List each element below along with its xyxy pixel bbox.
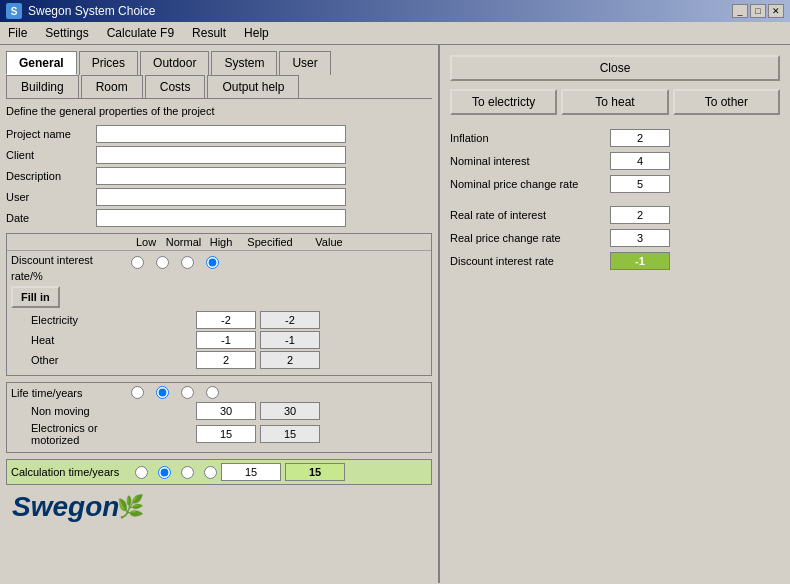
maximize-button[interactable]: □: [750, 4, 766, 18]
close-window-button[interactable]: ✕: [768, 4, 784, 18]
calctime-radio-1[interactable]: [135, 466, 148, 479]
right-panel: Close To electricty To heat To other Inf…: [440, 45, 790, 583]
discount-rate-input[interactable]: [610, 252, 670, 270]
lifetime-radio-specified[interactable]: [206, 386, 219, 399]
radio-normal[interactable]: [156, 256, 169, 269]
tab-general[interactable]: General: [6, 51, 77, 75]
window-title: Swegon System Choice: [28, 4, 155, 18]
other-value[interactable]: [260, 351, 320, 369]
electricity-value[interactable]: [260, 311, 320, 329]
client-input[interactable]: [96, 146, 346, 164]
discount-section: Low Normal High Specified Value Discount…: [6, 233, 432, 376]
other-input[interactable]: [196, 351, 256, 369]
nonmoving-input[interactable]: [196, 402, 256, 420]
heat-value[interactable]: [260, 331, 320, 349]
nonmoving-value[interactable]: [260, 402, 320, 420]
tab-building[interactable]: Building: [6, 75, 79, 98]
menu-file[interactable]: File: [4, 24, 31, 42]
col-value: Value: [304, 236, 354, 248]
title-bar-left: S Swegon System Choice: [6, 3, 155, 19]
col-high: High: [206, 236, 236, 248]
electronics-row: Electronics or motorized: [11, 422, 427, 446]
nonmoving-row: Non moving: [11, 402, 427, 420]
to-heat-button[interactable]: To heat: [561, 89, 668, 115]
radio-low[interactable]: [131, 256, 144, 269]
tabs-row2: Building Room Costs Output help: [6, 75, 432, 99]
lifetime-radio-normal[interactable]: [156, 386, 169, 399]
discount-label2: rate/%: [11, 270, 131, 282]
electronics-input[interactable]: [196, 425, 256, 443]
swegon-logo-text: Swegon: [12, 491, 119, 523]
lifetime-radio-high[interactable]: [181, 386, 194, 399]
radio-high[interactable]: [181, 256, 194, 269]
project-name-row: Project name: [6, 125, 432, 143]
tabs-row1: General Prices Outdoor System User: [6, 51, 432, 75]
electricity-input[interactable]: [196, 311, 256, 329]
calctime-input[interactable]: [221, 463, 281, 481]
lifetime-radio-low[interactable]: [131, 386, 144, 399]
calctime-section: Calculation time/years: [6, 459, 432, 485]
discount-label: Discount interest: [11, 254, 131, 266]
inflation-input[interactable]: [610, 129, 670, 147]
tab-prices[interactable]: Prices: [79, 51, 138, 75]
client-row: Client: [6, 146, 432, 164]
tab-outdoor[interactable]: Outdoor: [140, 51, 209, 75]
col-normal: Normal: [161, 236, 206, 248]
client-label: Client: [6, 149, 96, 161]
nominal-price-label: Nominal price change rate: [450, 178, 610, 190]
lifetime-label: Life time/years: [11, 387, 131, 399]
nominal-interest-input[interactable]: [610, 152, 670, 170]
calctime-value[interactable]: [285, 463, 345, 481]
heat-input[interactable]: [196, 331, 256, 349]
calctime-radio-4[interactable]: [204, 466, 217, 479]
discount-rate-label: Discount interest rate: [450, 255, 610, 267]
electronics-value[interactable]: [260, 425, 320, 443]
description-label: Description: [6, 170, 96, 182]
real-price-input[interactable]: [610, 229, 670, 247]
user-input[interactable]: [96, 188, 346, 206]
nonmoving-label: Non moving: [11, 405, 126, 417]
left-panel: General Prices Outdoor System User Build…: [0, 45, 440, 583]
window-controls: _ □ ✕: [732, 4, 784, 18]
nominal-interest-label: Nominal interest: [450, 155, 610, 167]
calctime-radio-2[interactable]: [158, 466, 171, 479]
real-price-label: Real price change rate: [450, 232, 610, 244]
project-name-input[interactable]: [96, 125, 346, 143]
tab-room[interactable]: Room: [81, 75, 143, 98]
real-rate-row: Real rate of interest: [450, 206, 780, 224]
tab-user[interactable]: User: [279, 51, 330, 75]
app-icon: S: [6, 3, 22, 19]
inflation-label: Inflation: [450, 132, 610, 144]
minimize-button[interactable]: _: [732, 4, 748, 18]
menu-calculate[interactable]: Calculate F9: [103, 24, 178, 42]
menu-help[interactable]: Help: [240, 24, 273, 42]
swegon-leaf-icon: 🌿: [117, 494, 144, 520]
menu-settings[interactable]: Settings: [41, 24, 92, 42]
close-button[interactable]: Close: [450, 55, 780, 81]
to-buttons: To electricty To heat To other: [450, 89, 780, 115]
user-label: User: [6, 191, 96, 203]
discount-electricity-row: Electricity: [11, 311, 427, 329]
heat-label: Heat: [11, 334, 126, 346]
discount-rate-row: Discount interest rate: [450, 252, 780, 270]
menu-bar: File Settings Calculate F9 Result Help: [0, 22, 790, 45]
to-other-button[interactable]: To other: [673, 89, 780, 115]
discount-heat-row: Heat: [11, 331, 427, 349]
tab-costs[interactable]: Costs: [145, 75, 206, 98]
description-input[interactable]: [96, 167, 346, 185]
real-price-row: Real price change rate: [450, 229, 780, 247]
tab-system[interactable]: System: [211, 51, 277, 75]
radio-specified[interactable]: [206, 256, 219, 269]
lifetime-section: Life time/years Non moving Electronics o…: [6, 382, 432, 453]
calctime-radio-3[interactable]: [181, 466, 194, 479]
tab-output-help[interactable]: Output help: [207, 75, 299, 98]
nominal-price-input[interactable]: [610, 175, 670, 193]
electricity-label: Electricity: [11, 314, 126, 326]
fill-in-button[interactable]: Fill in: [11, 286, 60, 308]
menu-result[interactable]: Result: [188, 24, 230, 42]
to-electricity-button[interactable]: To electricty: [450, 89, 557, 115]
nominal-interest-row: Nominal interest: [450, 152, 780, 170]
date-input[interactable]: [96, 209, 346, 227]
col-low: Low: [131, 236, 161, 248]
real-rate-input[interactable]: [610, 206, 670, 224]
